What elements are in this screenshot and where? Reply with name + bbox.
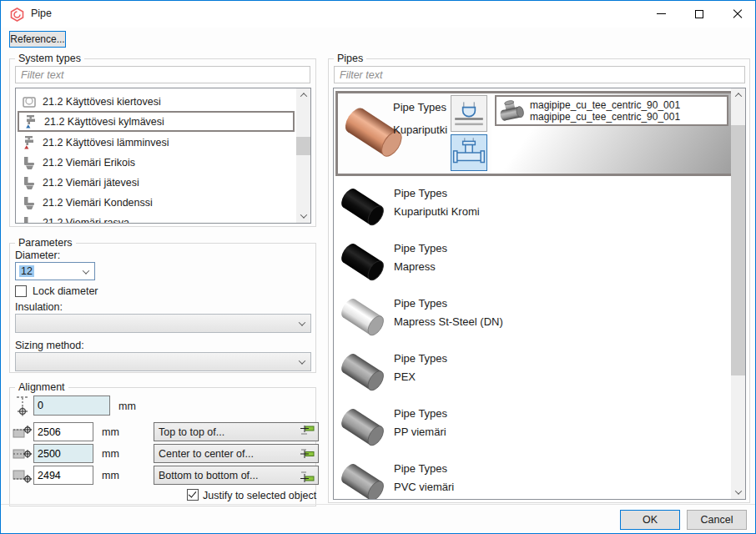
insulation-combo[interactable] <box>15 314 311 333</box>
ok-button[interactable]: OK <box>620 510 680 530</box>
unit-label: mm <box>102 426 119 438</box>
center-to-center-button[interactable]: Center to center of... <box>154 444 319 463</box>
system-type-row[interactable]: 21.2 Käyttövesi lämminvesi <box>18 133 295 153</box>
top-to-top-button[interactable]: Top to top of... <box>154 422 319 441</box>
straight-coupling-button[interactable] <box>451 95 487 132</box>
black-pipe-image <box>338 184 390 232</box>
cancel-button[interactable]: Cancel <box>687 510 747 530</box>
pipe-type-row[interactable]: Pipe Types PP viemäri <box>335 400 719 456</box>
fitting-selection-box[interactable]: magipipe_cu_tee_centric_90_001 magipipe_… <box>495 95 728 126</box>
maximize-button[interactable] <box>680 1 718 27</box>
pipes-list: Pipe Types Kupariputki <box>333 88 746 500</box>
tee-fitting-icon <box>451 135 486 170</box>
maximize-icon <box>695 10 703 18</box>
unit-label: mm <box>118 400 136 412</box>
system-types-group: System types 21.2 Käyttövesi kiertovesi … <box>9 58 316 227</box>
center-offset-field[interactable] <box>33 444 93 463</box>
pipes-title: Pipes <box>334 53 366 64</box>
fitting-name: magipipe_cu_tee_centric_90_001 <box>530 99 680 111</box>
align-center-icon <box>13 443 33 465</box>
footer-divider <box>1 504 755 505</box>
system-types-scrollbar[interactable] <box>296 88 310 223</box>
tee-fitting-button[interactable] <box>451 134 487 171</box>
sizing-method-combo[interactable] <box>15 352 311 371</box>
align-top-icon <box>13 422 33 444</box>
bottom-to-bottom-button[interactable]: Bottom to bottom of... <box>154 466 319 485</box>
system-type-row[interactable]: 21.2 Viemäri Erikois <box>18 153 295 173</box>
system-type-row[interactable]: 21.2 Käyttövesi kiertovesi <box>18 92 295 112</box>
system-type-row[interactable]: 21.2 Viemäri jätevesi <box>18 173 295 193</box>
unit-label: mm <box>102 470 119 481</box>
justify-label: Justify to selected object <box>203 490 316 501</box>
scrollbar-thumb[interactable] <box>296 137 310 155</box>
minimize-button[interactable] <box>642 1 680 27</box>
scroll-down-button[interactable] <box>731 486 745 499</box>
chevron-up-icon <box>734 93 741 99</box>
align-bottom-target-icon <box>300 469 315 482</box>
diameter-label: Diameter: <box>15 249 60 261</box>
pipe-type-row[interactable]: Pipe Types PEX <box>335 345 719 400</box>
toilet-icon <box>22 175 37 190</box>
scroll-up-button[interactable] <box>296 88 310 102</box>
height-offset-icon <box>14 395 34 416</box>
parameters-group: Parameters Diameter: 12 Lock diameter In… <box>9 243 316 373</box>
pipe-dialog: Pipe Reference... System types 21.2 Käyt… <box>0 0 756 534</box>
diameter-value: 12 <box>19 265 34 277</box>
chevron-up-icon <box>300 93 306 99</box>
window-title: Pipe <box>31 1 52 27</box>
toilet-icon <box>22 195 37 210</box>
sizing-method-label: Sizing method: <box>15 340 84 351</box>
scroll-down-button[interactable] <box>296 209 310 223</box>
unit-label: mm <box>102 448 119 460</box>
close-button[interactable] <box>718 1 756 27</box>
top-offset-field[interactable] <box>33 422 93 441</box>
hot-water-faucet-icon <box>22 135 37 150</box>
toilet-icon <box>22 215 37 224</box>
scroll-up-button[interactable] <box>731 88 745 102</box>
pipes-scrollbar[interactable] <box>731 88 745 499</box>
system-types-filter-input[interactable] <box>15 66 310 83</box>
steel-pipe-image <box>338 294 390 342</box>
pipe-type-row[interactable]: Pipe Types Kupariputki Kromi <box>335 180 719 235</box>
scrollbar-thumb[interactable] <box>731 125 745 375</box>
cold-water-faucet-icon <box>23 114 38 129</box>
black-pipe-image <box>338 239 390 287</box>
gray-pipe-image <box>338 404 390 452</box>
gray-pipe-image <box>338 459 390 500</box>
check-icon <box>189 489 197 497</box>
straight-coupling-icon <box>451 96 486 131</box>
pipes-group: Pipes Pipe Types Kupariputki <box>328 58 750 503</box>
system-type-row[interactable]: 21.2 Viemäri Kondenssi <box>18 193 295 213</box>
fitting-name: magipipe_cu_tee_centric_90_001 <box>530 111 680 123</box>
pipe-type-line2: Kupariputki <box>393 123 447 136</box>
lock-diameter-label: Lock diameter <box>33 285 98 297</box>
pipe-type-row[interactable]: Pipe Types PVC viemäri <box>335 456 719 500</box>
lock-diameter-checkbox[interactable] <box>15 285 27 297</box>
parameters-title: Parameters <box>15 237 76 249</box>
justify-checkbox[interactable] <box>187 489 199 501</box>
align-center-target-icon <box>300 447 315 461</box>
toilet-icon <box>22 155 37 170</box>
system-type-row-selected[interactable]: 21.2 Käyttövesi kylmävesi <box>18 111 295 132</box>
pipes-filter-input[interactable] <box>334 66 745 83</box>
close-icon <box>733 9 743 19</box>
titlebar[interactable]: Pipe <box>1 1 755 28</box>
reference-button[interactable]: Reference... <box>9 31 66 48</box>
insulation-label: Insulation: <box>15 301 63 313</box>
system-types-list: 21.2 Käyttövesi kiertovesi 21.2 Käyttöve… <box>15 88 311 224</box>
pipe-type-row[interactable]: Pipe Types Mapress St-Steel (DN) <box>335 290 719 345</box>
pipe-type-row-selected[interactable]: Pipe Types Kupariputki <box>335 91 734 176</box>
diameter-combo[interactable]: 12 <box>15 262 95 280</box>
gray-pipe-image <box>338 349 390 397</box>
height-offset-field[interactable] <box>33 395 110 416</box>
alignment-group: Alignment mm mm Top to top of... <box>9 387 316 506</box>
bottom-offset-field[interactable] <box>33 466 93 485</box>
chevron-down-icon <box>300 211 306 218</box>
pipe-type-row[interactable]: Pipe Types Mapress <box>335 235 719 290</box>
system-types-title: System types <box>15 53 84 64</box>
system-type-row[interactable]: 21.2 Viemäri rasva <box>18 213 295 224</box>
chevron-down-icon <box>299 357 305 364</box>
alignment-title: Alignment <box>15 381 68 393</box>
chevron-down-icon <box>299 319 305 325</box>
pipe-type-line1: Pipe Types <box>393 101 446 113</box>
